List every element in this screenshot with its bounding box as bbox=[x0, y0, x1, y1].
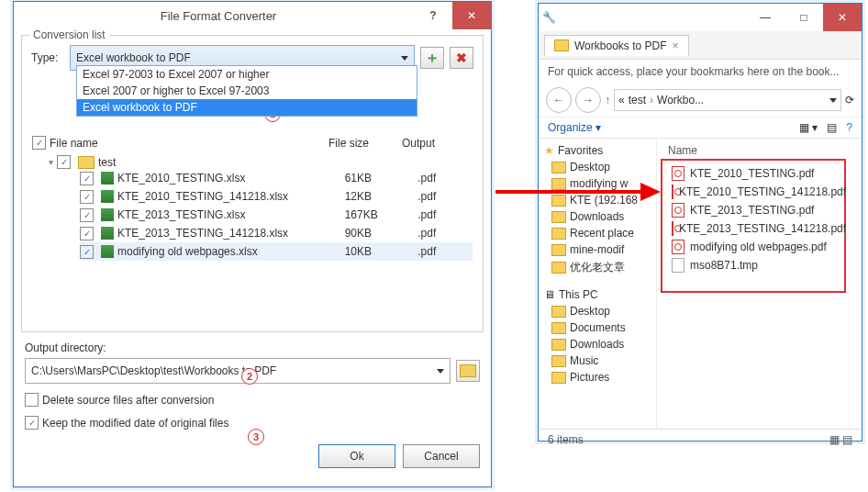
status-bar: 6 items ▦ ▤ bbox=[539, 429, 862, 450]
nav-item[interactable]: Pictures bbox=[540, 369, 654, 386]
file-output: .pdf bbox=[417, 208, 473, 221]
file-item[interactable]: KTE_2010_TESTING_141218.pdf bbox=[662, 183, 844, 201]
file-pane: Name KTE_2010_TESTING.pdfKTE_2010_TESTIN… bbox=[657, 139, 862, 429]
dropdown-option[interactable]: Excel 97-2003 to Excel 2007 or higher bbox=[77, 66, 417, 83]
dropdown-option[interactable]: Excel 2007 or higher to Excel 97-2003 bbox=[77, 83, 417, 99]
file-size: 61KB bbox=[345, 172, 418, 184]
excel-icon bbox=[101, 208, 114, 221]
close-button[interactable]: ✕ bbox=[823, 4, 862, 31]
dropdown-option-selected[interactable]: Excel workbook to PDF bbox=[77, 99, 417, 116]
close-button[interactable]: ✕ bbox=[452, 2, 491, 29]
star-icon: ★ bbox=[544, 144, 554, 157]
highlight-box: KTE_2010_TESTING.pdfKTE_2010_TESTING_141… bbox=[661, 159, 846, 293]
plus-icon: ＋ bbox=[425, 49, 440, 68]
col-name[interactable]: Name bbox=[664, 144, 854, 157]
folder-icon bbox=[551, 372, 566, 384]
file-item[interactable]: modifying old webpages.pdf bbox=[662, 238, 844, 256]
nav-item[interactable]: Downloads bbox=[540, 336, 654, 352]
excel-icon bbox=[101, 172, 114, 184]
file-name: KTE_2010_TESTING.xlsx bbox=[117, 172, 245, 184]
nav-item[interactable]: 优化老文章 bbox=[540, 258, 654, 277]
type-dropdown[interactable]: Excel 97-2003 to Excel 2007 or higher Ex… bbox=[76, 65, 417, 117]
file-name: KTE_2013_TESTING.xlsx bbox=[117, 208, 245, 221]
ok-button[interactable]: Ok bbox=[318, 444, 395, 468]
folder-icon bbox=[551, 211, 566, 223]
file-item[interactable]: KTE_2013_TESTING.pdf bbox=[662, 201, 844, 219]
type-label: Type: bbox=[31, 51, 64, 64]
file-checkbox[interactable]: ✓ bbox=[80, 245, 94, 259]
add-button[interactable]: ＋ bbox=[420, 47, 444, 69]
browse-button[interactable] bbox=[456, 360, 480, 382]
view-icons[interactable]: ▦ ▤ bbox=[829, 433, 852, 446]
wrench-icon: 🔧 bbox=[542, 11, 559, 24]
file-name: modifying old webpages.pdf bbox=[690, 240, 827, 253]
col-output: Output bbox=[402, 137, 435, 150]
file-row[interactable]: ✓KTE_2010_TESTING.xlsx61KB.pdf bbox=[80, 169, 473, 187]
list-header: ✓ File name File size Output bbox=[32, 134, 473, 151]
delete-checkbox[interactable] bbox=[25, 393, 39, 407]
nav-item[interactable]: Downloads bbox=[540, 208, 654, 225]
keepdate-checkbox[interactable]: ✓ bbox=[25, 416, 39, 430]
chevron-down-icon bbox=[401, 56, 408, 61]
file-output: .pdf bbox=[417, 227, 473, 240]
file-name: KTE_2013_TESTING.pdf bbox=[690, 204, 814, 217]
folder-checkbox[interactable]: ✓ bbox=[57, 155, 71, 169]
file-row[interactable]: ✓KTE_2010_TESTING_141218.xlsx12KB.pdf bbox=[80, 187, 473, 206]
folder-row[interactable]: ▾ ✓ test bbox=[49, 155, 473, 169]
up-button[interactable]: ↑ bbox=[605, 94, 610, 106]
file-row[interactable]: ✓modifying old webpages.xlsx10KB.pdf bbox=[80, 242, 473, 261]
file-checkbox[interactable]: ✓ bbox=[80, 208, 94, 222]
file-checkbox[interactable]: ✓ bbox=[80, 227, 94, 240]
tab-close-icon[interactable]: × bbox=[672, 39, 678, 52]
file-row[interactable]: ✓KTE_2013_TESTING_141218.xlsx90KB.pdf bbox=[80, 224, 473, 242]
file-item[interactable]: KTE_2010_TESTING.pdf bbox=[662, 164, 844, 183]
nav-item[interactable]: Recent place bbox=[540, 225, 654, 241]
back-button[interactable]: ← bbox=[546, 87, 572, 113]
forward-button[interactable]: → bbox=[575, 87, 601, 113]
file-checkbox[interactable]: ✓ bbox=[80, 190, 94, 204]
file-item[interactable]: mso8B71.tmp bbox=[662, 256, 844, 274]
tab-title: Workbooks to PDF bbox=[574, 39, 666, 52]
header-checkbox[interactable]: ✓ bbox=[32, 136, 46, 150]
output-dir-input[interactable]: C:\Users\MarsPC\Desktop\test\Workbooks t… bbox=[25, 358, 451, 384]
nav-item[interactable]: Music bbox=[540, 352, 654, 369]
refresh-button[interactable]: ⟳ bbox=[845, 94, 854, 106]
view-buttons[interactable]: ▦ ▾ ▤ ? bbox=[799, 121, 852, 134]
folder-icon bbox=[551, 322, 566, 334]
file-name: modifying old webpages.xlsx bbox=[117, 245, 258, 258]
browser-tab[interactable]: Workbooks to PDF × bbox=[544, 35, 689, 56]
window-title: File Format Converter bbox=[23, 9, 414, 23]
folder-icon bbox=[551, 355, 566, 367]
file-checkbox[interactable]: ✓ bbox=[80, 172, 94, 185]
bookmark-bar: For quick access, place your bookmarks h… bbox=[539, 60, 862, 84]
nav-item[interactable]: Documents bbox=[540, 319, 654, 336]
file-row[interactable]: ✓KTE_2013_TESTING.xlsx167KB.pdf bbox=[80, 206, 473, 224]
help-button[interactable] bbox=[414, 2, 452, 29]
callout-3: 3 bbox=[248, 429, 264, 445]
arrow-annotation bbox=[495, 179, 661, 207]
cancel-button[interactable]: Cancel bbox=[403, 444, 480, 468]
folder-icon bbox=[551, 244, 566, 256]
tab-bar: Workbooks to PDF × bbox=[539, 31, 862, 60]
file-size: 167KB bbox=[345, 208, 418, 221]
nav-thispc[interactable]: 🖥This PC bbox=[540, 286, 654, 303]
file-size: 90KB bbox=[345, 227, 418, 240]
nav-favorites[interactable]: ★Favorites bbox=[540, 142, 654, 159]
maximize-button[interactable] bbox=[785, 4, 823, 31]
pdf-icon bbox=[672, 221, 673, 236]
folder-icon bbox=[551, 262, 566, 274]
breadcrumb[interactable]: « test› Workbo... bbox=[614, 89, 841, 111]
minimize-button[interactable] bbox=[746, 4, 785, 31]
file-size: 12KB bbox=[345, 190, 418, 203]
nav-item[interactable]: mine-modif bbox=[540, 241, 654, 258]
excel-icon bbox=[101, 190, 114, 203]
file-output: .pdf bbox=[417, 172, 473, 184]
nav-item[interactable]: Desktop bbox=[540, 159, 654, 175]
organize-menu[interactable]: Organize ▾ bbox=[548, 121, 601, 134]
file-item[interactable]: KTE_2013_TESTING_141218.pdf bbox=[662, 219, 844, 238]
file-size: 10KB bbox=[345, 245, 418, 258]
excel-icon bbox=[101, 245, 114, 258]
remove-button[interactable]: ✖ bbox=[450, 47, 473, 69]
nav-item[interactable]: Desktop bbox=[540, 303, 654, 319]
folder-icon bbox=[551, 228, 566, 240]
